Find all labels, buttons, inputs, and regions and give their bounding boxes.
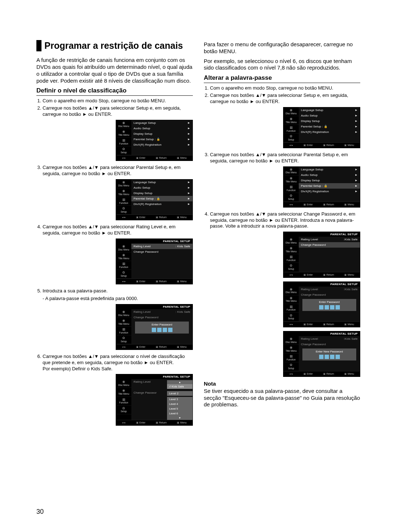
setup-icon: ✿ <box>117 147 131 151</box>
subheading-define-level: Definir o nível de classificação <box>36 87 193 96</box>
page-title: Programar a restrição de canais <box>44 40 183 51</box>
steps-list-right: Com o aparelho em modo Stop, carregue no… <box>204 85 360 105</box>
section-title: Programar a restrição de canais <box>36 40 193 51</box>
step-5: Introduza a sua palavra-passe. <box>43 288 193 294</box>
right-p1: Para fazer o menu de configuração desapa… <box>204 41 360 55</box>
intro-text: A função de restrição de canais funciona… <box>36 57 193 84</box>
step-4: Carregue nos botões ▲/▼ para seleccionar… <box>43 224 193 236</box>
subheading-change-password: Alterar a palavra-passe <box>204 74 360 83</box>
osd-enter-password: PARENTAL SETUP ◉Disc Menu ◉Title Menu ▦F… <box>116 304 193 350</box>
step-1: Com o aparelho em modo Stop, carregue no… <box>43 98 193 104</box>
osd-enter-password-r: PARENTAL SETUP ◉Disc Menu ◉Title Menu ▦F… <box>283 281 360 327</box>
step-6: Carregue nos botões ▲/▼ para seleccionar… <box>43 354 193 372</box>
step-5-note: - A palavra-passe está predefinida para … <box>43 296 193 302</box>
steps-list-right: Carregue nos botões ▲/▼ para seleccionar… <box>204 211 360 230</box>
osd-enter-new-password: PARENTAL SETUP ◉Disc Menu ◉Title Menu ▦F… <box>283 331 360 377</box>
osd-parental-highlight: ◉Disc Menu ◉Title Menu ▦Function ✿Setup … <box>116 179 193 220</box>
right-p2: Por exemplo, se seleccionou o nível 6, o… <box>204 58 360 72</box>
rstep-2: Carregue nos botões ▲/▼ para seleccionar… <box>210 92 360 105</box>
steps-list: Com o aparelho em modo Stop, carregue no… <box>36 98 193 118</box>
steps-list-right: Carregue nos botões ▲/▼ para seleccionar… <box>204 152 360 164</box>
steps-list: Carregue nos botões ▲/▼ para seleccionar… <box>36 224 193 236</box>
rstep-4: Carregue nos botões ▲/▼ para seleccionar… <box>210 211 360 230</box>
note-text: Se tiver esquecido a sua palavra-passe, … <box>204 388 360 408</box>
function-icon: ▦ <box>117 139 131 142</box>
note-heading: Nota <box>204 381 360 387</box>
osd-parental-highlight-r: ◉Disc Menu ◉Title Menu ▦Function ✿Setup … <box>283 166 360 208</box>
rstep-3: Carregue nos botões ▲/▼ para seleccionar… <box>210 152 360 164</box>
osd-parental-rating: PARENTAL SETUP ◉Disc Menu ◉Title Menu ▦F… <box>116 239 193 284</box>
disc-icon: ◉ <box>117 121 131 125</box>
step-2: Carregue nos botões ▲/▼ para seleccionar… <box>43 105 193 118</box>
osd-setup-menu: ◉Disc Menu ◉Title Menu ▦Function ✿Setup … <box>116 120 193 161</box>
osd-setup-menu-r: ◉Disc Menu ◉Title Menu ▦Function ✿Setup … <box>283 107 360 148</box>
steps-list: Carregue nos botões ▲/▼ para seleccionar… <box>36 165 193 177</box>
osd-level-dropdown: PARENTAL SETUP ◉Disc Menu ◉Title Menu ▦F… <box>116 374 193 426</box>
page-number: 30 <box>36 508 44 516</box>
title-icon: ◉ <box>117 130 131 134</box>
steps-list: Introduza a sua palavra-passe. <box>36 288 193 294</box>
osd-change-password: PARENTAL SETUP ◉Disc Menu ◉Title Menu ▦F… <box>283 232 360 277</box>
step-3: Carregue nos botões ▲/▼ para seleccionar… <box>43 165 193 177</box>
rstep-1: Com o aparelho em modo Stop, carregue no… <box>210 85 360 91</box>
steps-list: Carregue nos botões ▲/▼ para seleccionar… <box>36 354 193 372</box>
